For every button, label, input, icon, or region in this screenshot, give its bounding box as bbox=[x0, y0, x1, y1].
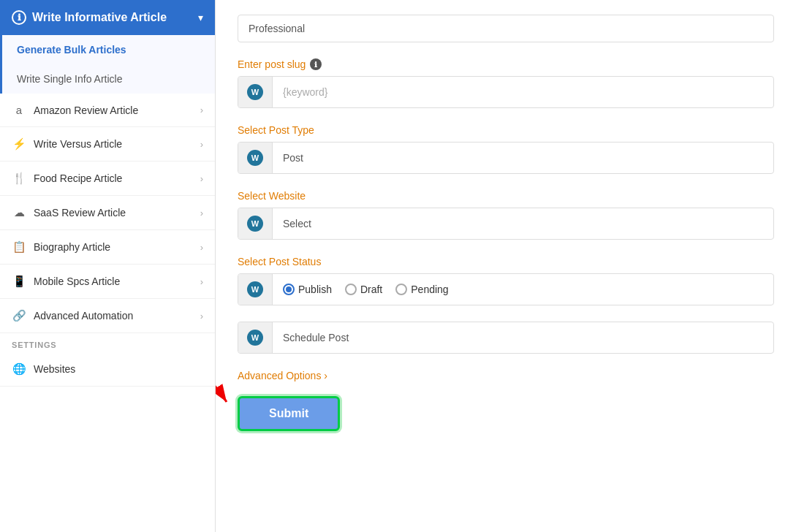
schedule-post-row: W Schedule Post bbox=[238, 322, 774, 354]
post-status-section: Select Post Status W Publish Draft bbox=[238, 256, 774, 305]
sidebar: ℹ Write Informative Article ▾ Generate B… bbox=[0, 0, 216, 532]
biography-icon: 📋 bbox=[12, 240, 26, 254]
wordpress-icon: W bbox=[247, 281, 263, 297]
radio-pending[interactable]: Pending bbox=[395, 284, 448, 295]
wordpress-icon: W bbox=[247, 330, 263, 346]
post-slug-input-row: W {keyword} bbox=[238, 76, 774, 108]
mobile-icon: 📱 bbox=[12, 275, 26, 288]
post-type-label: Select Post Type bbox=[238, 124, 774, 136]
post-slug-info-icon: ℹ bbox=[310, 58, 322, 70]
post-type-section: Select Post Type W Post bbox=[238, 124, 774, 174]
sidebar-item-mobile-specs[interactable]: 📱 Mobile Spcs Article › bbox=[0, 265, 215, 299]
wp-badge-status: W bbox=[238, 274, 273, 305]
wp-badge-website: W bbox=[238, 208, 273, 239]
radio-circle-publish bbox=[283, 284, 295, 295]
wp-badge-schedule: W bbox=[238, 322, 273, 353]
food-icon: 🍴 bbox=[12, 172, 26, 185]
wordpress-icon: W bbox=[247, 150, 263, 166]
wp-badge-post-type: W bbox=[238, 142, 273, 173]
submit-area: Submit bbox=[238, 396, 774, 431]
advanced-options-link[interactable]: Advanced Options › bbox=[238, 370, 774, 381]
website-input-row[interactable]: W Select bbox=[238, 208, 774, 240]
post-type-value: Post bbox=[273, 145, 773, 171]
wordpress-icon: W bbox=[247, 216, 263, 232]
sidebar-item-websites[interactable]: 🌐 Websites bbox=[0, 352, 215, 387]
chevron-down-icon: ▾ bbox=[198, 12, 203, 23]
website-value: Select bbox=[273, 210, 773, 237]
chevron-right-icon: › bbox=[200, 242, 203, 253]
chevron-right-icon: › bbox=[200, 208, 203, 218]
radio-publish[interactable]: Publish bbox=[283, 284, 332, 295]
info-circle-icon: ℹ bbox=[12, 10, 26, 25]
automation-icon: 🔗 bbox=[12, 309, 26, 322]
amazon-icon: a bbox=[12, 104, 26, 116]
website-section: Select Website W Select bbox=[238, 190, 774, 240]
post-type-input-row[interactable]: W Post bbox=[238, 142, 774, 174]
website-label: Select Website bbox=[238, 190, 774, 202]
radio-inner-publish bbox=[286, 286, 292, 292]
radio-draft[interactable]: Draft bbox=[345, 284, 382, 295]
chevron-right-icon: › bbox=[200, 104, 203, 115]
websites-icon: 🌐 bbox=[12, 362, 26, 376]
sidebar-header[interactable]: ℹ Write Informative Article ▾ bbox=[0, 0, 215, 35]
sidebar-item-food-recipe[interactable]: 🍴 Food Recipe Article › bbox=[0, 162, 215, 196]
settings-label: SETTINGS bbox=[0, 333, 215, 352]
sidebar-item-biography[interactable]: 📋 Biography Article › bbox=[0, 230, 215, 265]
main-content: Professional Enter post slug ℹ W {keywor… bbox=[216, 0, 796, 532]
post-slug-value[interactable]: {keyword} bbox=[273, 79, 773, 105]
sidebar-item-saas-review[interactable]: ☁ SaaS Review Article › bbox=[0, 196, 215, 230]
chevron-right-icon: › bbox=[200, 173, 203, 184]
submenu-item-write-single[interactable]: Write Single Info Article bbox=[2, 64, 215, 94]
post-slug-section: Enter post slug ℹ W {keyword} bbox=[238, 58, 774, 108]
sidebar-item-amazon-review[interactable]: a Amazon Review Article › bbox=[0, 94, 215, 127]
chevron-right-icon: › bbox=[200, 311, 203, 322]
sidebar-item-advanced-automation[interactable]: 🔗 Advanced Automation › bbox=[0, 299, 215, 333]
post-status-input-row: W Publish Draft Pending bbox=[238, 273, 774, 305]
wp-badge-slug: W bbox=[238, 77, 273, 107]
post-slug-label: Enter post slug ℹ bbox=[238, 58, 774, 70]
versus-icon: ⚡ bbox=[12, 137, 26, 151]
post-status-options: Publish Draft Pending bbox=[273, 276, 773, 303]
professional-field: Professional bbox=[238, 15, 774, 42]
post-status-label: Select Post Status bbox=[238, 256, 774, 267]
chevron-right-icon: › bbox=[200, 139, 203, 150]
chevron-right-icon: › bbox=[200, 276, 203, 287]
cloud-icon: ☁ bbox=[12, 206, 26, 219]
submenu-item-generate-bulk[interactable]: Generate Bulk Articles bbox=[2, 35, 215, 64]
wordpress-icon: W bbox=[247, 84, 263, 100]
schedule-post-section: W Schedule Post bbox=[238, 322, 774, 354]
arrow-annotation bbox=[216, 367, 245, 411]
radio-circle-pending bbox=[395, 284, 407, 295]
radio-circle-draft bbox=[345, 284, 357, 295]
sidebar-item-write-versus[interactable]: ⚡ Write Versus Article › bbox=[0, 127, 215, 162]
submit-button[interactable]: Submit bbox=[238, 396, 340, 431]
submenu: Generate Bulk Articles Write Single Info… bbox=[0, 35, 215, 94]
schedule-post-value: Schedule Post bbox=[273, 324, 773, 351]
sidebar-header-title: Write Informative Article bbox=[32, 11, 167, 24]
